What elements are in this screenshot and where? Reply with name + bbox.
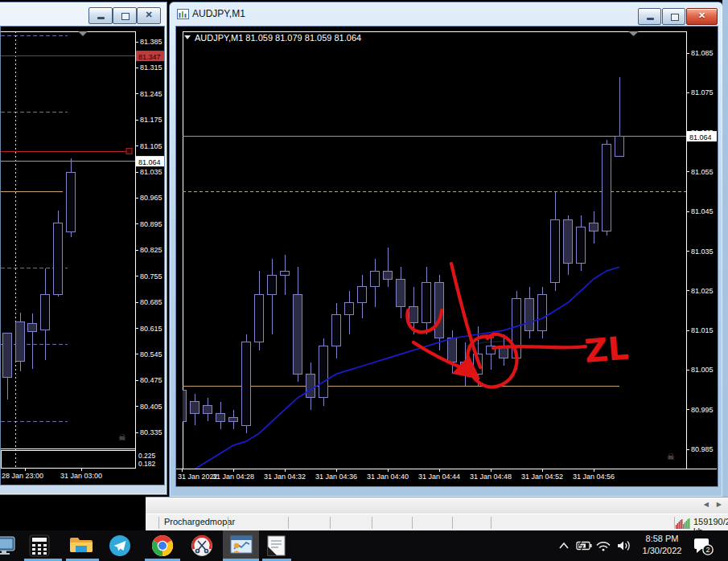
- svg-text:81.085: 81.085: [691, 49, 714, 57]
- minimize-button[interactable]: [88, 7, 113, 24]
- current-price-box: 81.064: [689, 133, 712, 141]
- main-window-titlebar[interactable]: AUDJPY,M1 ✕: [170, 2, 722, 26]
- volume-icon[interactable]: [618, 542, 629, 551]
- connection-bars-icon: [676, 518, 690, 529]
- chart-tab-strip: ◀ ▶: [146, 497, 728, 514]
- tab-scroll-right-icon[interactable]: ▶: [717, 501, 722, 508]
- close-icon: ✕: [138, 10, 160, 20]
- metatrader-icon[interactable]: [230, 534, 253, 557]
- account-name: Prochargedmopar: [164, 517, 235, 526]
- restore-icon: [121, 13, 130, 20]
- left-window-titlebar[interactable]: ✕: [0, 2, 167, 26]
- svg-text:81.245: 81.245: [140, 90, 162, 98]
- svg-text:80.755: 80.755: [140, 272, 162, 280]
- svg-text:31 Jan 04:56: 31 Jan 04:56: [573, 473, 615, 481]
- notifications-icon[interactable]: 2: [692, 536, 716, 557]
- telegram-icon[interactable]: [109, 534, 131, 557]
- chart-marker-icon: ☠: [118, 432, 126, 442]
- chart-marker-icon: ☠: [667, 452, 675, 461]
- system-tray: [557, 538, 637, 553]
- chart-window-icon: [177, 9, 189, 19]
- svg-text:81.025: 81.025: [691, 287, 714, 295]
- status-cell-separator: [412, 517, 413, 529]
- svg-text:80.405: 80.405: [140, 403, 162, 411]
- svg-text:31 Jan 04:32: 31 Jan 04:32: [264, 473, 306, 481]
- svg-text:81.005: 81.005: [691, 366, 714, 374]
- restore-icon: [671, 14, 679, 21]
- minimize-icon: [647, 18, 654, 20]
- svg-text:80.895: 80.895: [140, 220, 162, 228]
- svg-text:28 Jan 23:00: 28 Jan 23:00: [2, 472, 43, 480]
- status-cell-separator: [158, 517, 159, 529]
- svg-text:81.035: 81.035: [691, 248, 714, 256]
- file-explorer-icon[interactable]: [69, 534, 92, 557]
- tray-clock[interactable]: 8:58 PM 1/30/2022: [635, 533, 689, 557]
- svg-text:81.075: 81.075: [691, 88, 714, 96]
- main-chart-area[interactable]: ZLAUDJPY,M1 81.059 81.079 81.059 81.064☠…: [175, 26, 718, 487]
- svg-text:31 Jan 03:00: 31 Jan 03:00: [60, 472, 102, 480]
- svg-text:81.105: 81.105: [140, 142, 162, 150]
- svg-text:31 Jan 04:36: 31 Jan 04:36: [315, 473, 357, 481]
- restore-button[interactable]: [662, 8, 685, 25]
- zl-annotation: ZL: [583, 329, 630, 370]
- svg-text:80.685: 80.685: [140, 298, 162, 306]
- minimize-button[interactable]: [638, 8, 661, 25]
- background-window-edge: [722, 0, 728, 497]
- left-chart-area[interactable]: ☠81.38581.31581.24581.17581.10581.03580.…: [0, 26, 165, 485]
- svg-text:80.615: 80.615: [140, 325, 162, 333]
- status-cell-separator: [491, 517, 492, 529]
- status-cell-separator: [228, 517, 228, 529]
- system-window-icon[interactable]: [0, 534, 14, 557]
- status-cell-separator: [330, 517, 331, 529]
- svg-text:31 Jan 04:44: 31 Jan 04:44: [418, 473, 460, 481]
- battery-charging-icon[interactable]: [577, 541, 592, 551]
- svg-text:81.035: 81.035: [140, 168, 162, 176]
- alert-price-box: 81.347: [138, 53, 161, 61]
- close-button[interactable]: ✕: [686, 8, 718, 25]
- clock-time: 8:58 PM: [635, 533, 689, 545]
- svg-text:81.175: 81.175: [140, 116, 162, 124]
- windows-taskbar: 8:58 PM 1/30/2022 2: [0, 530, 728, 561]
- left-chart-window[interactable]: ✕ ☠81.38581.31581.24581.17581.10581.0358…: [0, 2, 167, 495]
- svg-text:81.055: 81.055: [691, 168, 714, 176]
- svg-text:80.475: 80.475: [140, 376, 162, 384]
- notification-count: 2: [705, 546, 709, 554]
- wifi-icon[interactable]: [597, 543, 610, 551]
- svg-text:80.545: 80.545: [140, 350, 162, 358]
- chrome-icon[interactable]: [151, 534, 174, 557]
- svg-text:AUDJPY,M1 81.059 81.079 81.05: AUDJPY,M1 81.059 81.079 81.059 81.064: [195, 33, 361, 43]
- window-title: AUDJPY,M1: [192, 8, 245, 19]
- left-chart-canvas[interactable]: ☠81.38581.31581.24581.17581.10581.03580.…: [1, 27, 164, 485]
- notepad-icon[interactable]: [265, 534, 288, 557]
- minimize-icon: [97, 17, 105, 19]
- svg-text:81.315: 81.315: [140, 63, 162, 72]
- svg-text:0.225: 0.225: [138, 452, 156, 460]
- svg-text:81.385: 81.385: [140, 38, 162, 46]
- status-cell-separator: [372, 517, 372, 529]
- restore-button[interactable]: [113, 7, 137, 24]
- clock-date: 1/30/2022: [635, 545, 689, 557]
- main-chart-window[interactable]: AUDJPY,M1 ✕ ZLAUDJPY,M1 81.059 81.079 81…: [169, 2, 723, 498]
- calculator-icon[interactable]: [28, 534, 51, 557]
- svg-text:80.335: 80.335: [140, 428, 162, 436]
- tab-scroll-left-icon[interactable]: ◀: [704, 501, 709, 508]
- svg-text:80.995: 80.995: [691, 406, 714, 414]
- svg-text:81.045: 81.045: [691, 207, 714, 215]
- snipping-tool-icon[interactable]: [191, 534, 213, 557]
- status-cell-separator: [288, 517, 289, 529]
- main-chart-canvas[interactable]: ZLAUDJPY,M1 81.059 81.079 81.059 81.064☠…: [176, 27, 718, 486]
- svg-text:31 Jan 04:28: 31 Jan 04:28: [212, 473, 254, 481]
- status-bar: Prochargedmopar 159190/24 kb: [146, 514, 728, 531]
- svg-text:31 Jan 04:52: 31 Jan 04:52: [521, 473, 563, 481]
- close-icon: ✕: [687, 10, 717, 21]
- svg-text:80.985: 80.985: [691, 445, 714, 453]
- svg-text:0.182: 0.182: [138, 460, 156, 468]
- close-button[interactable]: ✕: [137, 7, 161, 24]
- svg-text:80.825: 80.825: [140, 246, 162, 254]
- svg-text:80.965: 80.965: [140, 194, 162, 202]
- current-price-box: 81.064: [138, 158, 161, 166]
- status-cell-separator: [674, 517, 675, 529]
- svg-text:31 Jan 04:40: 31 Jan 04:40: [367, 473, 409, 481]
- chevron-up-icon[interactable]: [560, 543, 568, 548]
- svg-text:31 Jan 04:48: 31 Jan 04:48: [470, 473, 512, 481]
